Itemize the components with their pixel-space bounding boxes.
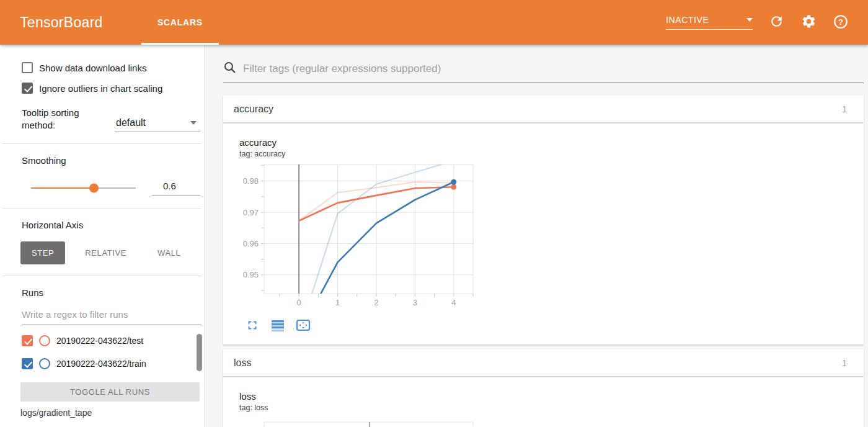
svg-text:0.96: 0.96 bbox=[243, 239, 259, 248]
tooltip-sorting-value: default bbox=[116, 117, 146, 128]
chevron-down-icon bbox=[746, 18, 753, 22]
loss-card-body: loss tag: loss 0.9 bbox=[223, 377, 864, 427]
chart-title: accuracy bbox=[239, 137, 864, 148]
runs-list: 20190222-043622/test 20190222-043622/tra… bbox=[0, 333, 204, 382]
tab-scalars-label: SCALARS bbox=[157, 17, 203, 27]
app-title: TensorBoard bbox=[20, 14, 103, 31]
log-scale-button[interactable] bbox=[269, 317, 286, 335]
svg-text:0.97: 0.97 bbox=[243, 208, 259, 217]
show-download-links-checkbox[interactable] bbox=[22, 62, 33, 73]
svg-text:0: 0 bbox=[297, 298, 301, 307]
smoothing-slider[interactable] bbox=[31, 187, 136, 189]
tag-group-count: 1 bbox=[842, 358, 847, 368]
gear-icon bbox=[801, 14, 817, 31]
fullscreen-icon bbox=[246, 318, 259, 334]
divider bbox=[2, 143, 202, 144]
chart-title: loss bbox=[239, 391, 864, 402]
app-header: TensorBoard SCALARS INACTIVE ? bbox=[0, 0, 868, 45]
tag-group-loss: loss 1 loss tag: loss 0.9 bbox=[223, 349, 864, 427]
filter-tags-input[interactable] bbox=[243, 63, 864, 75]
smoothing-slider-thumb[interactable] bbox=[89, 183, 99, 192]
search-icon bbox=[223, 61, 237, 77]
axis-relative-button[interactable]: RELATIVE bbox=[74, 241, 138, 264]
run-test-checkbox[interactable] bbox=[22, 335, 33, 346]
settings-sidebar: Show data download links Ignore outliers… bbox=[0, 45, 205, 427]
accuracy-card-body: accuracy tag: accuracy 012340.950.960.97… bbox=[223, 124, 864, 344]
run-train-label: 20190222-043622/train bbox=[56, 359, 146, 369]
horizontal-bars-icon bbox=[270, 318, 285, 335]
axis-step-button[interactable]: STEP bbox=[20, 241, 65, 264]
svg-text:0.98: 0.98 bbox=[243, 176, 259, 186]
chart-actions bbox=[239, 317, 864, 335]
tab-scalars[interactable]: SCALARS bbox=[141, 0, 219, 45]
chart-subtitle: tag: accuracy bbox=[239, 150, 864, 158]
tag-group-count: 1 bbox=[842, 104, 847, 114]
svg-text:0.95: 0.95 bbox=[243, 270, 259, 279]
tag-group-accuracy: accuracy 1 accuracy tag: accuracy 012340… bbox=[223, 96, 864, 344]
run-row-test: 20190222-043622/test bbox=[0, 335, 204, 346]
runs-label: Runs bbox=[0, 287, 204, 298]
refresh-icon bbox=[769, 14, 784, 31]
runs-filter-input[interactable] bbox=[22, 307, 202, 325]
axis-wall-button[interactable]: WALL bbox=[146, 241, 192, 264]
fit-to-data-icon bbox=[295, 318, 311, 335]
horizontal-axis-label: Horizontal Axis bbox=[0, 220, 204, 230]
tag-group-header-accuracy[interactable]: accuracy 1 bbox=[223, 96, 864, 122]
chart-subtitle: tag: loss bbox=[239, 403, 864, 412]
runs-scrollbar[interactable] bbox=[197, 334, 202, 371]
run-train-checkbox[interactable] bbox=[22, 358, 33, 369]
tooltip-sorting-label: Tooltip sorting method: bbox=[22, 107, 115, 132]
refresh-button[interactable] bbox=[768, 14, 785, 31]
svg-text:4: 4 bbox=[451, 298, 456, 307]
smoothing-slider-fill bbox=[31, 187, 94, 189]
run-test-color-swatch bbox=[39, 335, 50, 346]
tooltip-sorting-select[interactable]: default bbox=[115, 117, 200, 132]
divider bbox=[2, 276, 202, 276]
help-icon: ? bbox=[833, 14, 849, 32]
accuracy-line-chart[interactable]: 012340.950.960.970.98 bbox=[239, 163, 864, 315]
run-train-color-swatch bbox=[39, 358, 50, 369]
tab-bar: SCALARS bbox=[141, 0, 219, 45]
log-directory-label: logs/gradient_tape bbox=[0, 402, 204, 418]
smoothing-value-field[interactable]: 0.6 bbox=[152, 181, 200, 196]
settings-button[interactable] bbox=[800, 14, 817, 31]
smoothing-label: Smoothing bbox=[0, 155, 204, 166]
ignore-outliers-checkbox[interactable] bbox=[22, 83, 33, 94]
help-button[interactable]: ? bbox=[832, 14, 849, 31]
scalars-dashboard: accuracy 1 accuracy tag: accuracy 012340… bbox=[205, 45, 868, 427]
tag-filter-row bbox=[223, 61, 864, 83]
svg-text:?: ? bbox=[838, 17, 843, 26]
chevron-down-icon bbox=[190, 121, 197, 125]
loss-line-chart[interactable]: 0.9 bbox=[239, 417, 864, 427]
svg-text:2: 2 bbox=[374, 298, 378, 307]
appbar-actions: INACTIVE ? bbox=[666, 14, 868, 31]
divider bbox=[2, 208, 202, 209]
expand-chart-button[interactable] bbox=[244, 317, 261, 335]
tag-group-title: accuracy bbox=[234, 104, 273, 115]
run-test-label: 20190222-043622/test bbox=[56, 336, 143, 346]
show-download-links-label: Show data download links bbox=[39, 63, 146, 73]
run-row-train: 20190222-043622/train bbox=[0, 358, 204, 369]
tag-group-header-loss[interactable]: loss 1 bbox=[223, 349, 864, 376]
svg-text:3: 3 bbox=[413, 298, 417, 307]
tag-group-title: loss bbox=[234, 357, 251, 369]
fit-domain-button[interactable] bbox=[294, 317, 312, 335]
reload-status-label: INACTIVE bbox=[666, 15, 709, 25]
ignore-outliers-label: Ignore outliers in chart scaling bbox=[39, 83, 162, 94]
reload-status-select[interactable]: INACTIVE bbox=[666, 15, 753, 30]
svg-text:1: 1 bbox=[335, 298, 340, 307]
toggle-all-runs-button[interactable]: TOGGLE ALL RUNS bbox=[20, 382, 200, 402]
